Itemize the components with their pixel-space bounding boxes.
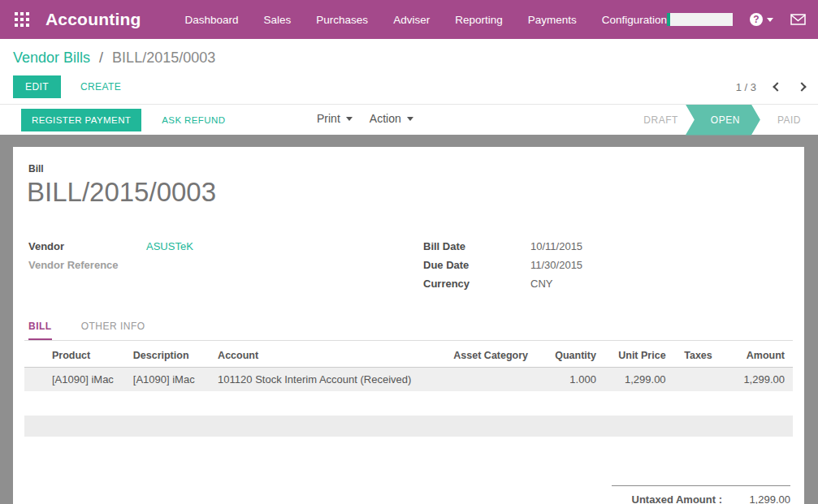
status-draft[interactable]: DRAFT <box>626 105 695 136</box>
due-date-value: 11/30/2015 <box>530 259 582 271</box>
cell-amount: 1,299.00 <box>721 368 793 392</box>
doc-type-label: Bill <box>24 163 793 174</box>
totals-block: Untaxed Amount : 1,299.00 Taxes : 0.00 <box>612 485 790 504</box>
create-button[interactable]: CREATE <box>80 75 121 98</box>
col-header-account: Account <box>210 345 445 368</box>
col-header-amount: Amount <box>721 345 793 368</box>
tab-other-info[interactable]: OTHER INFO <box>81 321 145 340</box>
menu-item-configuration[interactable]: Configuration <box>602 14 667 26</box>
cell-quantity: 1.000 <box>536 368 604 392</box>
register-payment-button[interactable]: REGISTER PAYMENT <box>21 109 141 131</box>
cell-asset-category <box>445 368 536 392</box>
cell-description: [A1090] iMac <box>125 368 210 392</box>
field-vendor: Vendor ASUSTeK <box>24 237 409 256</box>
vendor-value-link[interactable]: ASUSTeK <box>146 240 193 252</box>
status-paid[interactable]: PAID <box>760 105 818 136</box>
page-title: BILL/2015/0003 <box>24 177 793 208</box>
menu-item-reporting[interactable]: Reporting <box>455 14 503 26</box>
ask-refund-button[interactable]: ASK REFUND <box>162 115 225 125</box>
col-header-unit-price: Unit Price <box>604 345 674 368</box>
menu-item-purchases[interactable]: Purchases <box>316 14 368 26</box>
col-header-description: Description <box>125 345 210 368</box>
help-icon: ? <box>750 13 763 26</box>
col-header-product: Product <box>24 345 125 368</box>
notebook-tabs: BILL OTHER INFO <box>24 321 793 341</box>
bill-sheet: Bill BILL/2015/0003 Vendor ASUSTeK Vendo… <box>13 147 804 504</box>
menu-item-sales[interactable]: Sales <box>264 14 292 26</box>
currency-label: Currency <box>419 278 530 290</box>
cell-product: [A1090] iMac <box>24 368 125 392</box>
breadcrumb: Vendor Bills / BILL/2015/0003 <box>13 50 805 67</box>
print-dropdown-label: Print <box>317 112 340 125</box>
bill-date-label: Bill Date <box>419 240 530 252</box>
table-row[interactable]: [A1090] iMac [A1090] iMac 101120 Stock I… <box>24 368 793 392</box>
form-canvas: Bill BILL/2015/0003 Vendor ASUSTeK Vendo… <box>0 135 818 504</box>
caret-down-icon <box>767 18 773 22</box>
menu-item-adviser[interactable]: Adviser <box>393 14 430 26</box>
print-dropdown[interactable]: Print <box>317 112 353 125</box>
currency-value: CNY <box>530 278 552 290</box>
pager-value: 1 / 3 <box>736 81 756 93</box>
bill-date-value: 10/11/2015 <box>530 240 582 252</box>
control-panel: Vendor Bills / BILL/2015/0003 EDIT CREAT… <box>0 39 818 104</box>
caret-down-icon <box>407 117 413 121</box>
breadcrumb-current: BILL/2015/0003 <box>112 50 215 66</box>
chevron-right-icon[interactable] <box>797 82 806 91</box>
help-menu[interactable]: ? <box>750 13 773 26</box>
col-header-quantity: Quantity <box>536 345 604 368</box>
breadcrumb-separator: / <box>99 50 103 66</box>
vendor-reference-label: Vendor Reference <box>24 259 146 271</box>
status-widget: DRAFT OPEN PAID <box>626 105 818 136</box>
status-open[interactable]: OPEN <box>686 105 760 136</box>
untaxed-amount-label: Untaxed Amount : <box>612 493 722 504</box>
col-header-taxes: Taxes <box>674 345 721 368</box>
vendor-label: Vendor <box>24 240 146 252</box>
caret-down-icon <box>346 117 353 121</box>
menu-item-dashboard[interactable]: Dashboard <box>185 14 239 26</box>
action-dropdown[interactable]: Action <box>370 112 413 125</box>
col-header-asset-category: Asset Category <box>445 345 536 368</box>
apps-grid-icon[interactable] <box>15 12 29 27</box>
chevron-left-icon[interactable] <box>773 82 781 91</box>
edit-button[interactable]: EDIT <box>13 75 61 98</box>
list-footer-strip <box>24 416 793 437</box>
top-navbar: Accounting Dashboard Sales Purchases Adv… <box>0 0 818 39</box>
tab-bill[interactable]: BILL <box>28 321 52 340</box>
cell-taxes <box>674 368 721 392</box>
envelope-icon[interactable] <box>790 14 806 25</box>
app-title: Accounting <box>45 10 141 29</box>
systray: ? 21 <box>667 13 818 26</box>
breadcrumb-vendor-bills[interactable]: Vendor Bills <box>13 50 90 66</box>
total-untaxed-row: Untaxed Amount : 1,299.00 <box>612 491 790 504</box>
cell-account: 101120 Stock Interim Account (Received) <box>210 368 445 392</box>
pager: 1 / 3 <box>736 81 805 93</box>
field-currency: Currency CNY <box>419 274 793 293</box>
main-menu: Dashboard Sales Purchases Adviser Report… <box>185 14 668 26</box>
invoice-lines-table: Product Description Account Asset Catego… <box>24 345 793 391</box>
due-date-label: Due Date <box>419 259 530 271</box>
field-due-date: Due Date 11/30/2015 <box>419 256 793 274</box>
menu-item-payments[interactable]: Payments <box>528 14 577 26</box>
untaxed-amount-value: 1,299.00 <box>722 493 790 504</box>
field-groups: Vendor ASUSTeK Vendor Reference Bill Dat… <box>24 237 793 293</box>
action-dropdown-label: Action <box>370 112 401 125</box>
user-menu[interactable] <box>667 13 733 26</box>
table-header-row: Product Description Account Asset Catego… <box>24 345 793 368</box>
field-bill-date: Bill Date 10/11/2015 <box>419 237 793 256</box>
field-vendor-reference: Vendor Reference <box>24 256 409 274</box>
cell-unit-price: 1,299.00 <box>604 368 674 392</box>
